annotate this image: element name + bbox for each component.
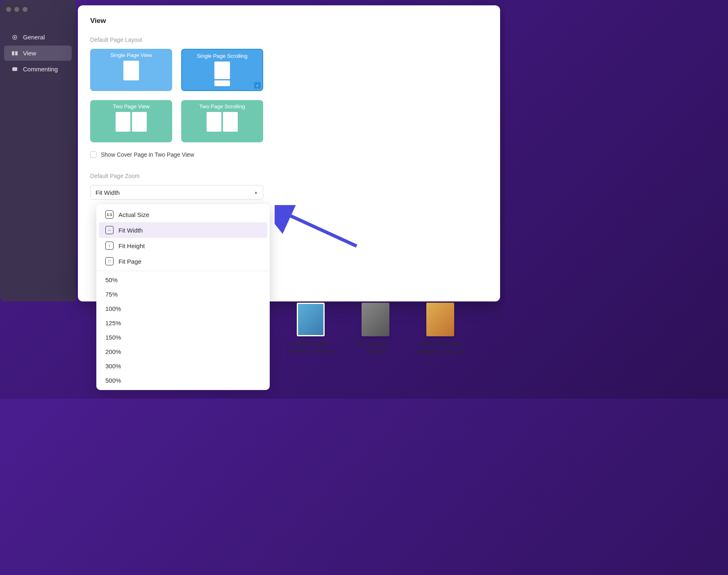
zoom-select[interactable]: Fit Width ▲ [90,185,263,200]
dropdown-divider [96,271,270,271]
cover-page-checkbox-row[interactable]: Show Cover Page in Two Page View [90,151,488,158]
svg-line-6 [285,213,357,246]
dropdown-item-150[interactable]: 150% [99,330,267,345]
file-row: b UNICEF-Lego-Foundat…Play.pdf Test Maga… [258,303,469,355]
layout-two-page-scrolling[interactable]: Two Page Scrolling [181,100,263,142]
annotation-arrow-icon [275,205,361,254]
dropdown-item-200[interactable]: 200% [99,345,267,359]
layout-preview-icon [207,112,238,132]
zoom-dropdown: 1:1 Actual Size ↔ Fit Width ↕ Fit Height… [96,204,270,390]
dropdown-item-500[interactable]: 500% [99,373,267,388]
layout-grid: Single Page View Single Page Scrolling ✓… [90,49,488,142]
window-controls [6,7,27,12]
sidebar-item-label: General [23,34,45,41]
dropdown-item-fit-height[interactable]: ↕ Fit Height [99,238,267,253]
file-thumbnail-icon [426,303,454,336]
fit-page-icon: □ [105,257,114,265]
sidebar-item-label: View [23,50,36,57]
dropdown-item-label: 125% [105,319,121,326]
dropdown-item-label: Actual Size [118,211,149,218]
layout-section-label: Default Page Layout [90,37,488,43]
dropdown-item-label: Fit Height [118,242,145,249]
layout-label: Single Page Scrolling [197,53,248,59]
svg-rect-2 [12,51,14,55]
minimize-dot[interactable] [14,7,19,12]
fit-width-icon: ↔ [105,226,114,234]
dropdown-item-label: Fit Width [118,227,143,234]
panel-title: View [90,17,488,25]
layout-label: Two Page View [113,103,149,110]
dropdown-item-label: 50% [105,276,118,283]
checkbox-label: Show Cover Page in Two Page View [101,151,194,158]
layout-preview-icon [123,61,139,80]
layout-single-page-view[interactable]: Single Page View [90,49,172,91]
layout-single-page-scrolling[interactable]: Single Page Scrolling ✓ [181,49,263,91]
layout-two-page-view[interactable]: Two Page View [90,100,172,142]
file-name: BBC Easycook Magazin…org).pdf [412,340,469,355]
maximize-dot[interactable] [23,7,27,12]
dropdown-item-label: 100% [105,305,121,312]
fit-height-icon: ↕ [105,242,114,250]
dropdown-item-label: 150% [105,334,121,341]
svg-point-1 [14,37,16,38]
svg-rect-4 [12,67,17,71]
dropdown-item-fit-width[interactable]: ↔ Fit Width [99,222,267,238]
file-item[interactable]: Test Magazin…org).pdf [347,303,404,355]
sidebar-item-view[interactable]: View [4,46,72,61]
svg-rect-3 [15,51,18,55]
sidebar-item-commenting[interactable]: Commenting [4,62,72,77]
preferences-sidebar: General View Commenting [0,0,76,301]
layout-preview-icon [214,62,230,86]
sidebar-item-label: Commenting [23,66,58,73]
dropdown-item-50[interactable]: 50% [99,273,267,287]
zoom-section-label: Default Page Zoom [90,173,488,179]
file-name: Test Magazin…org).pdf [347,340,404,355]
layout-label: Two Page Scrolling [199,103,245,110]
dropdown-item-75[interactable]: 75% [99,287,267,301]
sidebar-item-general[interactable]: General [4,30,72,45]
file-item[interactable]: UNICEF-Lego-Foundat…Play.pdf [282,303,339,355]
chevron-up-icon: ▲ [254,190,258,194]
layout-preview-icon [116,112,147,132]
dropdown-item-label: 300% [105,363,121,370]
dropdown-item-300[interactable]: 300% [99,359,267,373]
gear-icon [11,34,18,41]
check-icon: ✓ [254,82,261,89]
dropdown-item-fit-page[interactable]: □ Fit Page [99,253,267,269]
file-item[interactable]: BBC Easycook Magazin…org).pdf [412,303,469,355]
actual-size-icon: 1:1 [105,210,114,219]
dropdown-item-label: 500% [105,377,121,384]
file-thumbnail-icon [362,303,389,336]
dropdown-item-actual-size[interactable]: 1:1 Actual Size [99,207,267,222]
zoom-select-value: Fit Width [96,189,120,196]
dropdown-item-label: Fit Page [118,258,141,265]
close-dot[interactable] [6,7,11,12]
checkbox-icon[interactable] [90,151,97,158]
dropdown-item-label: 75% [105,291,118,298]
dropdown-item-125[interactable]: 125% [99,316,267,330]
layout-label: Single Page View [110,52,152,58]
comment-icon [11,66,18,73]
file-name: UNICEF-Lego-Foundat…Play.pdf [282,340,339,355]
dropdown-item-label: 200% [105,348,121,355]
dropdown-item-100[interactable]: 100% [99,301,267,316]
view-icon [11,50,18,57]
file-thumbnail-icon [297,303,325,336]
